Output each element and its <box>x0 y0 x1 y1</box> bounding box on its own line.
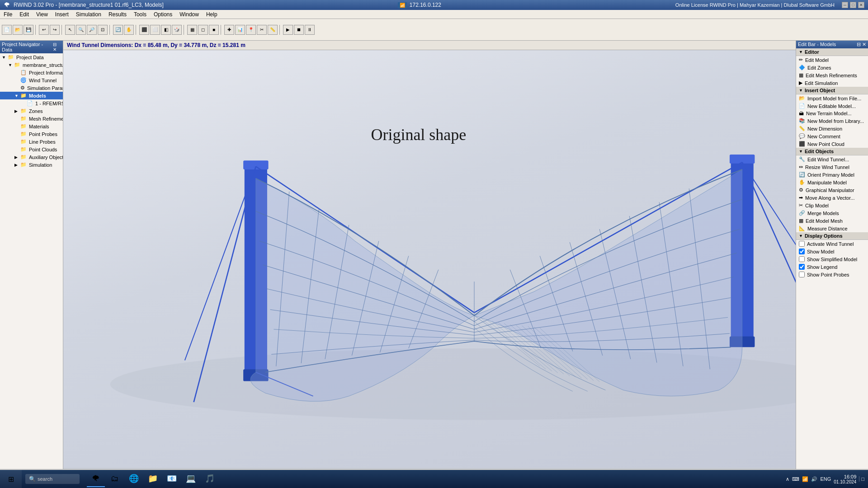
menu-view[interactable]: View <box>33 10 52 19</box>
toolbar-wire[interactable]: ◻ <box>198 25 208 35</box>
taskbar-app-misc2[interactable]: 🎵 <box>201 471 219 487</box>
taskbar-app-misc1[interactable]: 💻 <box>182 471 200 487</box>
toolbar-save[interactable]: 💾 <box>24 25 33 35</box>
tree-item-1[interactable]: ▼📁membrane_structure1 <box>0 61 63 69</box>
panel-item-2-7[interactable]: 🔗Merge Models <box>796 209 868 217</box>
toolbar-measure[interactable]: 📏 <box>268 25 278 35</box>
tree-item-10[interactable]: 📁Point Probes <box>0 130 63 138</box>
panel-item-0-0[interactable]: ✏Edit Model <box>796 56 868 64</box>
search-bar[interactable]: 🔍 search <box>22 474 83 484</box>
tray-arrow[interactable]: ∧ <box>786 476 789 482</box>
maximize-button[interactable]: □ <box>850 2 856 8</box>
taskbar-app-mail[interactable]: 📧 <box>163 471 181 487</box>
panel-item-2-8[interactable]: ▦Edit Model Mesh <box>796 217 868 225</box>
panel-item-2-2[interactable]: 🔄Orient Primary Model <box>796 171 868 178</box>
panel-item-2-4[interactable]: ⚙Graphical Manipulator <box>796 186 868 194</box>
taskbar-app-edge[interactable]: 🌐 <box>125 471 143 487</box>
toolbar-fit[interactable]: ⊡ <box>98 25 108 35</box>
section-collapse-2[interactable]: ▼ <box>799 149 803 154</box>
checkbox-3-1[interactable] <box>799 249 805 254</box>
menu-help[interactable]: Help <box>203 10 221 19</box>
toolbar-probe[interactable]: 📍 <box>246 25 256 35</box>
viewport-3d[interactable]: Original shape <box>63 50 796 468</box>
tree-item-6[interactable]: 📄1 - RFEM/RSTAB Mo <box>0 99 63 107</box>
toolbar-sim-stop[interactable]: ⏹ <box>294 25 304 35</box>
toolbar-undo[interactable]: ↩ <box>39 25 49 35</box>
menu-file[interactable]: File <box>0 10 16 19</box>
toolbar-zoom-out[interactable]: 🔎 <box>87 25 97 35</box>
panel-item-2-3[interactable]: ✋Manipulate Model <box>796 178 868 186</box>
checkbox-3-3[interactable] <box>799 264 805 270</box>
panel-item-0-2[interactable]: ▦Edit Mesh Refinements <box>796 71 868 79</box>
toolbar-view-top[interactable]: ⬜ <box>150 25 160 35</box>
panel-item-1-4[interactable]: 📏New Dimension <box>796 125 868 132</box>
panel-item-1-5[interactable]: 💬New Comment <box>796 132 868 140</box>
toolbar-cut[interactable]: ✂ <box>257 25 267 35</box>
panel-item-0-3[interactable]: ▶Edit Simulation <box>796 79 868 87</box>
panel-item-2-5[interactable]: ➡Move Along a Vector... <box>796 194 868 202</box>
panel-item-1-1[interactable]: 📄New Editable Model... <box>796 102 868 110</box>
minimize-button[interactable]: ─ <box>842 2 848 8</box>
toolbar-mesh[interactable]: ▦ <box>187 25 197 35</box>
toolbar-solid[interactable]: ■ <box>209 25 219 35</box>
menu-insert[interactable]: Insert <box>52 10 72 19</box>
taskbar-app-rwind[interactable]: 🌪 <box>87 471 105 487</box>
menu-results[interactable]: Results <box>105 10 130 19</box>
panel-item-2-0[interactable]: 🔧Edit Wind Tunnel... <box>796 155 868 163</box>
tree-item-11[interactable]: 📁Line Probes <box>0 138 63 145</box>
menu-tools[interactable]: Tools <box>130 10 150 19</box>
tree-item-2[interactable]: 📋Project Information <box>0 69 63 76</box>
tree-item-8[interactable]: 📁Mesh Refinements <box>0 115 63 122</box>
toolbar-view-3d[interactable]: 🎲 <box>172 25 182 35</box>
menu-edit[interactable]: Edit <box>16 10 33 19</box>
taskbar-apps: 🌪 🗂 🌐 📁 📧 💻 🎵 <box>83 471 782 487</box>
checkbox-3-0[interactable] <box>799 241 805 247</box>
tree-item-3[interactable]: 🌀Wind Tunnel <box>0 76 63 84</box>
tree-item-12[interactable]: 📁Point Clouds <box>0 145 63 153</box>
panel-item-0-1[interactable]: 🔷Edit Zones <box>796 64 868 71</box>
taskbar-app-explorer[interactable]: 🗂 <box>106 471 124 487</box>
section-collapse-3[interactable]: ▼ <box>799 234 803 238</box>
start-button[interactable]: ⊞ <box>0 470 22 488</box>
tree-item-7[interactable]: ▶📁Zones <box>0 107 63 115</box>
menu-options[interactable]: Options <box>150 10 176 19</box>
toolbar-zoom-in[interactable]: 🔍 <box>76 25 86 35</box>
toolbar-open[interactable]: 📂 <box>13 25 23 35</box>
section-2: ▼Edit Objects🔧Edit Wind Tunnel...⇔Resize… <box>796 148 868 232</box>
toolbar-pan[interactable]: ✋ <box>124 25 134 35</box>
tree-item-14[interactable]: ▶📁Simulation <box>0 161 63 169</box>
tree-item-4[interactable]: ⚙Simulation Parameters <box>0 84 63 92</box>
toolbar-view-side[interactable]: ◧ <box>161 25 171 35</box>
section-collapse-1[interactable]: ▼ <box>799 88 803 93</box>
toolbar-select[interactable]: ↖ <box>65 25 75 35</box>
section-collapse-0[interactable]: ▼ <box>799 50 803 54</box>
tree-item-5[interactable]: ▼📁Models <box>0 92 63 99</box>
checkbox-3-4[interactable] <box>799 272 805 277</box>
taskbar-app-files[interactable]: 📁 <box>144 471 162 487</box>
toolbar-axis[interactable]: ✚ <box>224 25 234 35</box>
menu-simulation[interactable]: Simulation <box>72 10 105 19</box>
toolbar-rotate[interactable]: 🔄 <box>113 25 123 35</box>
menu-window[interactable]: Window <box>176 10 203 19</box>
tree-item-0[interactable]: ▼📁Project Data <box>0 53 63 61</box>
close-button[interactable]: ✕ <box>858 2 864 8</box>
panel-item-2-1[interactable]: ⇔Resize Wind Tunnel <box>796 163 868 171</box>
tree-item-13[interactable]: ▶📁Auxiliary Objects <box>0 153 63 161</box>
panel-item-1-0[interactable]: 📂Import Model from File... <box>796 94 868 102</box>
panel-item-1-2[interactable]: 🏔New Terrain Model... <box>796 110 868 117</box>
panel-item-2-9[interactable]: 📐Measure Distance <box>796 225 868 232</box>
toolbar-view-front[interactable]: ⬛ <box>139 25 149 35</box>
viewport[interactable]: Wind Tunnel Dimensions: Dx = 85.48 m, Dy… <box>63 41 796 469</box>
panel-item-1-6[interactable]: ⬛New Point Cloud <box>796 140 868 148</box>
toolbar-new[interactable]: 📄 <box>2 25 12 35</box>
toolbar-sim-pause[interactable]: ⏸ <box>305 25 315 35</box>
panel-item-1-3[interactable]: 📚New Model from Library... <box>796 117 868 125</box>
tree-item-9[interactable]: 📁Materials <box>0 122 63 130</box>
toolbar-legend[interactable]: 📊 <box>235 25 245 35</box>
checkbox-3-2[interactable] <box>799 256 805 262</box>
clock[interactable]: 16:09 01.10.2024 <box>834 474 856 484</box>
show-desktop[interactable]: □ <box>859 476 864 482</box>
toolbar-redo[interactable]: ↪ <box>50 25 60 35</box>
toolbar-sim-play[interactable]: ▶ <box>283 25 293 35</box>
panel-item-2-6[interactable]: ✂Clip Model <box>796 202 868 209</box>
